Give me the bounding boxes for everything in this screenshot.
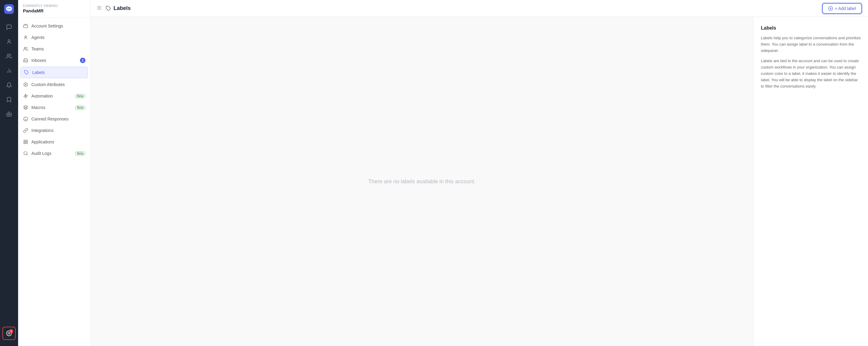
svg-point-17 <box>24 47 26 49</box>
automation-beta-badge: Beta <box>75 94 85 98</box>
nav-icon-contacts[interactable] <box>2 35 16 48</box>
label-icon <box>24 70 29 75</box>
svg-point-11 <box>8 114 9 115</box>
nav-icon-conversations[interactable] <box>2 21 16 34</box>
nav-label-applications: Applications <box>31 140 85 144</box>
info-panel-paragraph1: Labels help you to categorize conversati… <box>761 35 861 54</box>
svg-point-16 <box>25 36 26 37</box>
nav-item-inboxes[interactable]: Inboxes 2 <box>18 55 90 66</box>
panel-header: Currently viewing: PandaMR <box>18 0 90 18</box>
info-panel-title: Labels <box>761 25 861 31</box>
nav-item-audit-logs[interactable]: Audit Logs Beta <box>18 148 90 159</box>
nav-label-audit-logs: Audit Logs <box>31 151 72 156</box>
left-panel: Currently viewing: PandaMR Account Setti… <box>18 0 91 346</box>
nav-list: Account Settings Agents Teams <box>18 18 90 346</box>
settings-badge: 1 <box>9 329 13 333</box>
svg-rect-29 <box>26 142 28 144</box>
content-area: There are no labels available in this ac… <box>91 17 868 346</box>
automation-icon <box>23 93 28 99</box>
svg-point-23 <box>24 117 28 121</box>
svg-point-12 <box>9 114 10 115</box>
nav-item-canned-responses[interactable]: Canned Responses <box>18 113 90 125</box>
svg-line-31 <box>27 154 28 155</box>
account-name: PandaMR <box>23 8 85 13</box>
nav-label-custom-attributes: Custom Attributes <box>31 82 85 87</box>
page-title-icon <box>105 6 111 11</box>
agent-icon <box>23 35 28 40</box>
inboxes-badge: 2 <box>80 58 85 63</box>
nav-item-automation[interactable]: Automation Beta <box>18 90 90 102</box>
app-logo[interactable] <box>4 4 14 15</box>
top-bar: Labels + Add label <box>91 0 868 17</box>
svg-rect-27 <box>26 140 28 142</box>
nav-icon-settings[interactable]: 1 <box>2 327 16 340</box>
canned-icon <box>23 116 28 122</box>
nav-item-custom-attributes[interactable]: Custom Attributes <box>18 79 90 90</box>
main-content: There are no labels available in this ac… <box>91 17 753 346</box>
main-area: Labels + Add label There are no labels a… <box>91 0 868 346</box>
nav-label-teams: Teams <box>31 47 85 51</box>
add-label-button[interactable]: + Add label <box>822 3 862 14</box>
nav-item-agents[interactable]: Agents <box>18 32 90 43</box>
svg-point-3 <box>9 8 10 9</box>
svg-point-5 <box>8 39 10 42</box>
nav-icon-saved[interactable] <box>2 93 16 106</box>
svg-rect-28 <box>24 142 25 144</box>
svg-point-13 <box>9 112 9 112</box>
nav-item-account-settings[interactable]: Account Settings <box>18 20 90 32</box>
add-label-button-text: + Add label <box>835 6 856 11</box>
info-panel-paragraph2: Labels are tied to the account and can b… <box>761 58 861 89</box>
svg-rect-10 <box>7 113 11 116</box>
svg-point-30 <box>24 151 27 155</box>
audit-icon <box>23 151 28 156</box>
svg-point-2 <box>7 8 8 9</box>
nav-icon-notifications[interactable] <box>2 79 16 92</box>
nav-icon-people[interactable] <box>2 50 16 63</box>
page-title: Labels <box>105 5 131 11</box>
currently-viewing-label: Currently viewing: <box>23 4 85 7</box>
audit-beta-badge: Beta <box>75 151 85 156</box>
nav-item-integrations[interactable]: Integrations <box>18 125 90 136</box>
nav-icon-reports[interactable] <box>2 64 16 77</box>
info-panel: Labels Labels help you to categorize con… <box>753 17 868 346</box>
nav-item-macros[interactable]: Macros Beta <box>18 102 90 113</box>
macros-icon <box>23 105 28 110</box>
empty-state-text: There are no labels available in this ac… <box>368 178 476 185</box>
top-bar-left: Labels <box>97 5 131 11</box>
svg-marker-22 <box>24 94 28 98</box>
briefcase-icon <box>23 23 28 29</box>
nav-item-teams[interactable]: Teams <box>18 43 90 55</box>
custom-attr-icon <box>23 82 28 87</box>
icon-nav <box>2 21 16 327</box>
team-icon <box>23 46 28 52</box>
nav-label-macros: Macros <box>31 105 72 110</box>
integrations-icon <box>23 128 28 133</box>
macros-beta-badge: Beta <box>75 105 85 110</box>
page-title-text: Labels <box>114 5 131 11</box>
svg-rect-15 <box>24 25 28 28</box>
svg-point-4 <box>10 8 11 9</box>
svg-rect-26 <box>24 140 25 142</box>
nav-label-account-settings: Account Settings <box>31 24 85 28</box>
applications-icon <box>23 139 28 145</box>
add-label-icon <box>828 6 833 11</box>
nav-item-applications[interactable]: Applications <box>18 136 90 148</box>
nav-item-labels[interactable]: Labels <box>21 67 88 78</box>
nav-label-canned-responses: Canned Responses <box>31 117 85 121</box>
icon-sidebar: 1 <box>0 0 18 346</box>
inbox-icon <box>23 58 28 63</box>
nav-icon-bot[interactable] <box>2 108 16 121</box>
nav-label-integrations: Integrations <box>31 128 85 133</box>
svg-point-6 <box>7 54 9 56</box>
hamburger-icon[interactable] <box>97 5 102 11</box>
nav-label-automation: Automation <box>31 94 72 98</box>
nav-label-labels: Labels <box>32 70 85 75</box>
nav-label-agents: Agents <box>31 35 85 40</box>
bottom-icons: 1 <box>2 327 16 340</box>
nav-label-inboxes: Inboxes <box>31 58 77 63</box>
